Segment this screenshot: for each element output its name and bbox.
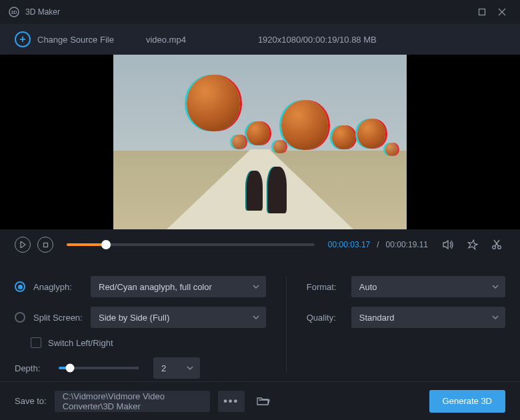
chevron-down-icon <box>492 315 499 319</box>
chevron-down-icon <box>253 315 259 319</box>
plus-icon: + <box>15 31 31 47</box>
footer-bar: Save to: C:\Vidmore\Vidmore Video Conver… <box>0 381 520 420</box>
switch-lr-label: Switch Left/Right <box>48 338 113 348</box>
change-source-button[interactable]: + Change Source File <box>15 31 114 47</box>
time-total: 00:00:19.11 <box>386 240 428 249</box>
generate-3d-button[interactable]: Generate 3D <box>429 390 505 413</box>
quality-label: Quality: <box>307 313 343 323</box>
app-icon: 3D <box>8 6 20 18</box>
change-source-label: Change Source File <box>37 35 114 45</box>
video-preview <box>0 55 520 229</box>
open-folder-button[interactable] <box>253 391 274 412</box>
anaglyph-label: Anaglyph: <box>33 282 83 292</box>
depth-label: Depth: <box>15 363 44 373</box>
settings-panel: Anaglyph: Red/Cyan anaglyph, full color … <box>0 260 520 381</box>
time-current: 00:00:03.17 <box>328 240 370 249</box>
effects-button[interactable] <box>464 239 481 250</box>
svg-point-4 <box>493 246 496 249</box>
svg-rect-2 <box>479 9 485 15</box>
stop-button[interactable] <box>37 237 53 253</box>
source-filename: video.mp4 <box>146 35 186 45</box>
quality-select[interactable]: Standard <box>351 307 505 328</box>
chevron-down-icon <box>253 285 259 289</box>
format-select[interactable]: Auto <box>351 276 505 297</box>
volume-button[interactable] <box>440 239 457 250</box>
switch-lr-checkbox[interactable] <box>31 337 41 348</box>
playback-bar: 00:00:03.17/00:00:19.11 <box>0 229 520 260</box>
play-button[interactable] <box>15 237 31 253</box>
maximize-button[interactable] <box>472 2 492 22</box>
depth-slider[interactable] <box>59 367 139 369</box>
preview-frame <box>113 55 407 229</box>
svg-text:3D: 3D <box>11 10 17 15</box>
svg-rect-3 <box>43 243 47 247</box>
split-screen-radio[interactable] <box>15 312 25 323</box>
app-title: 3D Maker <box>25 7 60 17</box>
chevron-down-icon <box>187 366 193 370</box>
browse-button[interactable]: ••• <box>218 391 245 412</box>
save-path-input[interactable]: C:\Vidmore\Vidmore Video Converter\3D Ma… <box>55 391 210 412</box>
format-label: Format: <box>307 282 343 292</box>
time-sep: / <box>377 240 379 249</box>
depth-select[interactable]: 2 <box>153 357 200 379</box>
seek-slider[interactable] <box>67 243 315 246</box>
anaglyph-radio[interactable] <box>15 281 25 292</box>
save-to-label: Save to: <box>15 396 47 406</box>
chevron-down-icon <box>492 285 499 289</box>
titlebar: 3D 3D Maker <box>0 0 520 24</box>
svg-point-5 <box>498 246 501 249</box>
source-bar: + Change Source File video.mp4 1920x1080… <box>0 24 520 55</box>
anaglyph-select[interactable]: Red/Cyan anaglyph, full color <box>91 276 266 297</box>
close-button[interactable] <box>492 2 512 22</box>
cut-button[interactable] <box>488 239 505 250</box>
split-screen-label: Split Screen: <box>33 313 83 323</box>
source-meta: 1920x1080/00:00:19/10.88 MB <box>258 35 377 45</box>
split-screen-select[interactable]: Side by Side (Full) <box>91 307 266 328</box>
